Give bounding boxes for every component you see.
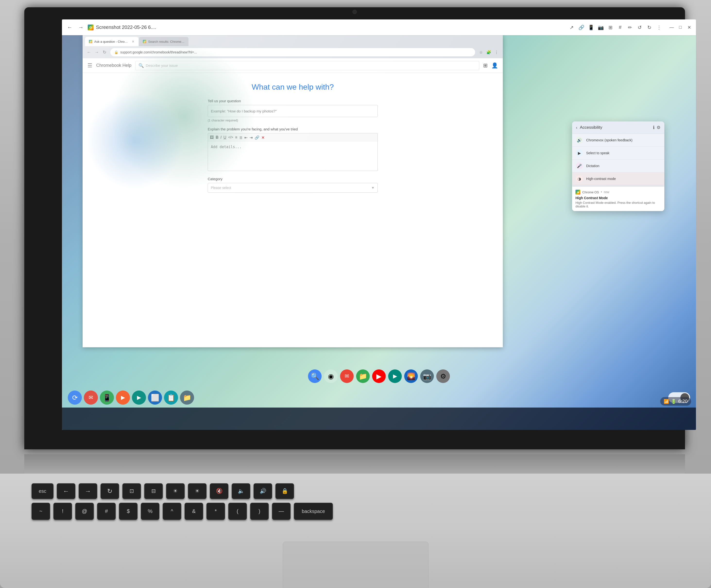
- key-back[interactable]: ←: [57, 483, 75, 499]
- toolbar-undo[interactable]: ↺: [635, 23, 644, 32]
- browser-back[interactable]: ←: [86, 49, 92, 56]
- app3-icon[interactable]: 📱: [100, 391, 114, 405]
- extension-icon[interactable]: 🧩: [485, 49, 492, 56]
- app7-icon[interactable]: 📋: [164, 391, 178, 405]
- toolbar-share[interactable]: ↗: [567, 23, 576, 32]
- keyboard-area: esc ← → ↻ ⊡ ⊟ ☀ ☀ 🔇 🔈 🔊 🔒 ~ ! @ # $ % ^ …: [0, 474, 711, 588]
- browser-tab-active[interactable]: G Ask a question - Chromebook... ✕: [85, 37, 138, 46]
- files-icon[interactable]: 📁: [356, 369, 370, 383]
- tab-label-2: Search results: Chromebook H...: [148, 40, 185, 43]
- key-9[interactable]: (: [228, 503, 247, 520]
- key-reload[interactable]: ↻: [101, 483, 119, 499]
- toolbar-camera[interactable]: 📷: [596, 23, 605, 32]
- panel-item-chromevox[interactable]: 🔊 Chromevox (spoken feedback): [572, 134, 664, 147]
- doc-title: Screenshot 2022-05-26 6....: [96, 24, 565, 30]
- gmail-icon[interactable]: ✉: [340, 369, 354, 383]
- restore-button[interactable]: □: [677, 25, 684, 30]
- key-esc[interactable]: esc: [31, 483, 53, 499]
- nav-back-button[interactable]: ←: [65, 23, 74, 32]
- browser-reload[interactable]: ↻: [101, 49, 108, 56]
- select-chevron: ▼: [371, 186, 374, 190]
- google-docs-icon: G: [88, 24, 93, 30]
- toolbar-grid[interactable]: ⊞: [606, 23, 615, 32]
- app4-icon[interactable]: ▶: [116, 391, 130, 405]
- key-0[interactable]: ): [250, 503, 269, 520]
- panel-item-dictation[interactable]: 🎤 Dictation: [572, 159, 664, 172]
- toolbar-remove-format[interactable]: ✕: [261, 135, 264, 140]
- nav-forward-button[interactable]: →: [77, 23, 85, 32]
- tab-label: Ask a question - Chromebook...: [94, 40, 130, 43]
- notification-popup: ★ Chrome OS • now High Contrast Mode Hig…: [572, 187, 664, 211]
- taskbar-shelf-row1: 🔍 ◉ ✉ 📁 ▶ ▶ 🌄 📷 ⚙: [62, 366, 696, 386]
- key-8[interactable]: *: [207, 503, 225, 520]
- photos-icon[interactable]: 🌄: [404, 369, 418, 383]
- youtube-icon[interactable]: ▶: [372, 369, 386, 383]
- launcher2-icon[interactable]: ⟳: [68, 391, 82, 405]
- app6-icon[interactable]: ⬜: [148, 391, 162, 405]
- key-lock[interactable]: 🔒: [276, 483, 294, 499]
- toolbar-redo[interactable]: ↻: [645, 23, 654, 32]
- panel-settings-icon[interactable]: ⚙: [656, 125, 661, 130]
- category-section: Category Please select ▼: [208, 177, 378, 193]
- key-vol-down[interactable]: 🔈: [232, 483, 250, 499]
- toolbar-link[interactable]: 🔗: [255, 135, 259, 140]
- hamburger-menu[interactable]: ☰: [87, 62, 92, 69]
- files2-icon[interactable]: 📁: [180, 391, 194, 405]
- panel-info-icon[interactable]: ℹ: [653, 125, 655, 130]
- category-placeholder: Please select: [211, 186, 231, 190]
- account-icon[interactable]: 👤: [491, 62, 498, 69]
- key-fullscreen[interactable]: ⊡: [123, 483, 141, 499]
- panel-item-high-contrast[interactable]: ◑ High-contrast mode: [572, 172, 664, 185]
- key-4[interactable]: $: [119, 503, 137, 520]
- key-minus[interactable]: —: [272, 503, 290, 520]
- key-2[interactable]: @: [75, 503, 94, 520]
- panel-item-select-to-speak[interactable]: ▶ Select to speak: [572, 147, 664, 159]
- key-forward[interactable]: →: [79, 483, 97, 499]
- key-mute[interactable]: 🔇: [210, 483, 228, 499]
- screen-bezel: ← → G Screenshot 2022-05-26 6.... ↗ 🔗 📱 …: [24, 7, 685, 449]
- minimize-button[interactable]: —: [668, 25, 675, 30]
- tab-close[interactable]: ✕: [132, 40, 134, 43]
- bookmark-icon[interactable]: ☆: [478, 49, 484, 56]
- key-tilde[interactable]: ~: [31, 503, 50, 520]
- category-select[interactable]: Please select ▼: [208, 183, 378, 193]
- play-icon[interactable]: ▶: [388, 369, 402, 383]
- select-to-speak-label: Select to speak: [586, 151, 609, 155]
- key-7[interactable]: &: [185, 503, 203, 520]
- key-backspace[interactable]: backspace: [294, 503, 333, 520]
- address-actions: ☆ 🧩 ⋮: [478, 49, 500, 56]
- toolbar-link[interactable]: 🔗: [577, 23, 586, 32]
- chromevox-icon: 🔊: [576, 137, 583, 144]
- nav-controls: ← → ↻: [86, 49, 108, 56]
- camera: [352, 10, 357, 14]
- laptop-body: ← → G Screenshot 2022-05-26 6.... ↗ 🔗 📱 …: [0, 0, 711, 588]
- category-label: Category: [208, 177, 378, 181]
- key-brightness-up[interactable]: ☀: [188, 483, 207, 499]
- launcher-icon[interactable]: 🔍: [308, 369, 322, 383]
- toolbar-pen[interactable]: ✏: [625, 23, 634, 32]
- browser-menu[interactable]: ⋮: [493, 49, 500, 56]
- key-switch-window[interactable]: ⊟: [144, 483, 163, 499]
- apps-grid-icon[interactable]: ⊞: [483, 62, 488, 69]
- key-vol-up[interactable]: 🔊: [254, 483, 272, 499]
- browser-forward[interactable]: →: [93, 49, 100, 56]
- key-1[interactable]: !: [53, 503, 72, 520]
- key-brightness-down[interactable]: ☀: [166, 483, 185, 499]
- close-button[interactable]: ✕: [686, 25, 692, 30]
- app5-icon[interactable]: ▶: [132, 391, 146, 405]
- chrome-icon[interactable]: ◉: [324, 369, 338, 383]
- toolbar-tablet[interactable]: 📱: [587, 23, 595, 32]
- system-tray[interactable]: 📶 🔋 6:20: [660, 397, 691, 406]
- panel-back-button[interactable]: ‹: [576, 125, 577, 130]
- settings-icon-shelf[interactable]: ⚙: [436, 369, 450, 383]
- key-6[interactable]: ^: [163, 503, 181, 520]
- toolbar-hashtag[interactable]: #: [616, 23, 625, 32]
- key-5[interactable]: %: [141, 503, 159, 520]
- touchpad[interactable]: [283, 542, 429, 588]
- toolbar-more[interactable]: ⋮: [655, 23, 663, 32]
- gmail2-icon[interactable]: ✉: [84, 391, 98, 405]
- camera-icon-shelf[interactable]: 📷: [420, 369, 434, 383]
- key-3[interactable]: #: [97, 503, 116, 520]
- wifi-icon: 📶: [664, 399, 669, 404]
- battery-icon: 🔋: [671, 399, 676, 404]
